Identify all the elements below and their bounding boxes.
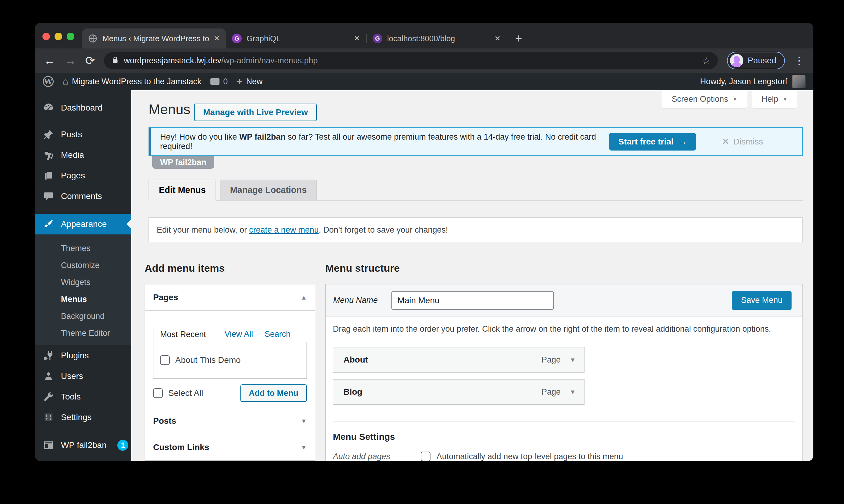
comment-count: 0	[223, 77, 228, 86]
close-tab-icon[interactable]: ✕	[214, 35, 220, 42]
subtab-most-recent[interactable]: Most Recent	[153, 327, 213, 342]
new-content-link[interactable]: + New	[237, 76, 262, 87]
browser-tab-strip: Menus ‹ Migrate WordPress to ✕ G GraphiQ…	[35, 23, 813, 49]
menu-name-bar: Menu Name Save Menu	[326, 284, 803, 317]
submenu-item-theme-editor[interactable]: Theme Editor	[35, 325, 131, 342]
menu-structure-heading: Menu structure	[325, 262, 400, 274]
page-item-checkbox[interactable]	[160, 355, 170, 365]
globe-icon	[88, 34, 98, 43]
close-tab-icon[interactable]: ✕	[495, 35, 500, 42]
paused-label: Paused	[747, 56, 776, 66]
auto-add-pages-checkbox[interactable]	[421, 452, 430, 461]
sidebar-item-appearance[interactable]: Appearance	[35, 214, 131, 234]
posts-accordion-label: Posts	[153, 416, 176, 426]
user-icon	[43, 371, 54, 382]
sidebar-item-tools[interactable]: Tools	[35, 386, 131, 407]
dashboard-icon	[43, 102, 54, 113]
howdy-user-link[interactable]: Howdy, Jason Lengstorf	[700, 77, 787, 86]
url-path: /wp-admin/nav-menus.php	[221, 56, 318, 65]
submenu-item-background[interactable]: Background	[35, 308, 131, 325]
browser-window: Menus ‹ Migrate WordPress to ✕ G GraphiQ…	[35, 23, 813, 461]
arrow-right-icon: →	[678, 137, 687, 147]
save-menu-button[interactable]: Save Menu	[732, 291, 792, 310]
sidebar-item-media[interactable]: Media	[35, 145, 131, 165]
sidebar-item-users[interactable]: Users	[35, 366, 131, 386]
close-window-button[interactable]	[42, 33, 50, 40]
sidebar-label: Pages	[61, 171, 85, 181]
chevron-down-icon[interactable]: ▼	[570, 389, 576, 396]
submenu-item-widgets[interactable]: Widgets	[35, 274, 131, 291]
graphiql-icon: G	[232, 34, 242, 43]
sliders-icon	[43, 412, 54, 423]
submenu-item-customize[interactable]: Customize	[35, 257, 131, 274]
forward-button[interactable]: →	[65, 55, 76, 66]
wordpress-logo-icon[interactable]: W	[43, 76, 54, 87]
sidebar-item-wp-fail2ban[interactable]: WP fail2ban 1	[35, 435, 131, 455]
reload-button[interactable]: ⟳	[85, 55, 95, 66]
submenu-item-menus[interactable]: Menus	[35, 291, 131, 308]
start-trial-label: Start free trial	[618, 137, 673, 147]
tab-localhost-blog[interactable]: G localhost:8000/blog ✕	[366, 29, 506, 49]
dismiss-notice-button[interactable]: ✕ Dismiss	[722, 137, 763, 147]
notice-text: Hey! How do you like WP fail2ban so far?…	[160, 132, 609, 151]
menu-item-about[interactable]: About Page ▼	[333, 347, 585, 373]
plugin-icon	[43, 350, 54, 361]
sidebar-item-plugins[interactable]: Plugins	[35, 345, 131, 366]
tab-title: localhost:8000/blog	[387, 34, 489, 43]
screen-options-button[interactable]: Screen Options ▼	[662, 90, 747, 108]
window-controls	[42, 33, 74, 40]
subtab-search[interactable]: Search	[265, 326, 291, 342]
sidebar-label: Posts	[61, 130, 82, 139]
user-avatar[interactable]	[792, 75, 806, 88]
auto-add-pages-row: Auto add pages Automatically add new top…	[333, 452, 795, 461]
profile-paused-button[interactable]: Paused	[727, 52, 785, 69]
menu-item-type: Page	[541, 355, 561, 365]
wp-fail2ban-tag: WP fail2ban	[152, 156, 214, 169]
sidebar-item-dashboard[interactable]: Dashboard	[35, 97, 131, 118]
tab-manage-locations[interactable]: Manage Locations	[220, 180, 317, 200]
menu-item-blog[interactable]: Blog Page ▼	[333, 379, 585, 404]
back-button[interactable]: ←	[44, 55, 55, 66]
maximize-window-button[interactable]	[67, 33, 74, 40]
posts-accordion-header[interactable]: Posts ▼	[145, 408, 315, 434]
select-all-checkbox[interactable]	[153, 388, 163, 398]
sidebar-item-pages[interactable]: Pages	[35, 165, 131, 186]
tab-wp-admin-menus[interactable]: Menus ‹ Migrate WordPress to ✕	[82, 29, 226, 49]
sidebar-item-posts[interactable]: Posts	[35, 124, 131, 145]
create-new-menu-link[interactable]: create a new menu	[249, 226, 319, 234]
comment-icon	[43, 191, 54, 202]
menu-item-label: About	[344, 355, 368, 365]
menus-nav-tabs: Edit Menus Manage Locations	[149, 180, 803, 200]
plus-icon: +	[237, 76, 243, 87]
site-name: Migrate WordPress to the Jamstack	[72, 77, 201, 86]
url-host: wordpressjamstack.lwj.dev	[124, 56, 221, 65]
chevron-down-icon[interactable]: ▼	[570, 357, 576, 363]
comments-link[interactable]: 0	[210, 77, 228, 86]
menu-name-label: Menu Name	[333, 295, 378, 305]
browser-menu-button[interactable]: ⋮	[794, 55, 804, 67]
menu-name-input[interactable]	[391, 291, 554, 310]
minimize-window-button[interactable]	[55, 33, 62, 40]
close-icon: ✕	[722, 137, 729, 147]
site-name-link[interactable]: ⌂ Migrate WordPress to the Jamstack	[63, 77, 201, 86]
sidebar-item-settings[interactable]: Settings	[35, 407, 131, 428]
new-tab-button[interactable]: +	[515, 32, 522, 46]
tab-graphiql[interactable]: G GraphiQL ✕	[226, 29, 366, 49]
subtab-view-all[interactable]: View All	[225, 326, 253, 342]
start-free-trial-button[interactable]: Start free trial →	[609, 133, 696, 150]
add-to-menu-button[interactable]: Add to Menu	[240, 384, 307, 402]
address-bar[interactable]: wordpressjamstack.lwj.dev/wp-admin/nav-m…	[104, 52, 718, 69]
custom-links-accordion-header[interactable]: Custom Links ▼	[145, 434, 315, 461]
submenu-item-themes[interactable]: Themes	[35, 240, 131, 257]
menu-structure-panel: Menu Name Save Menu Drag each item into …	[325, 284, 803, 461]
sidebar-item-comments[interactable]: Comments	[35, 186, 131, 206]
sidebar-label: WP fail2ban	[61, 440, 106, 450]
close-tab-icon[interactable]: ✕	[354, 35, 360, 42]
pages-accordion-header[interactable]: Pages ▲	[145, 284, 315, 310]
bookmark-star-icon[interactable]: ☆	[702, 55, 711, 66]
manage-live-preview-button[interactable]: Manage with Live Preview	[194, 104, 317, 121]
tab-edit-menus[interactable]: Edit Menus	[149, 180, 216, 200]
sidebar-label: Users	[61, 371, 83, 381]
edit-menu-intro: Edit your menu below, or create a new me…	[149, 217, 803, 242]
help-button[interactable]: Help ▼	[752, 90, 797, 108]
